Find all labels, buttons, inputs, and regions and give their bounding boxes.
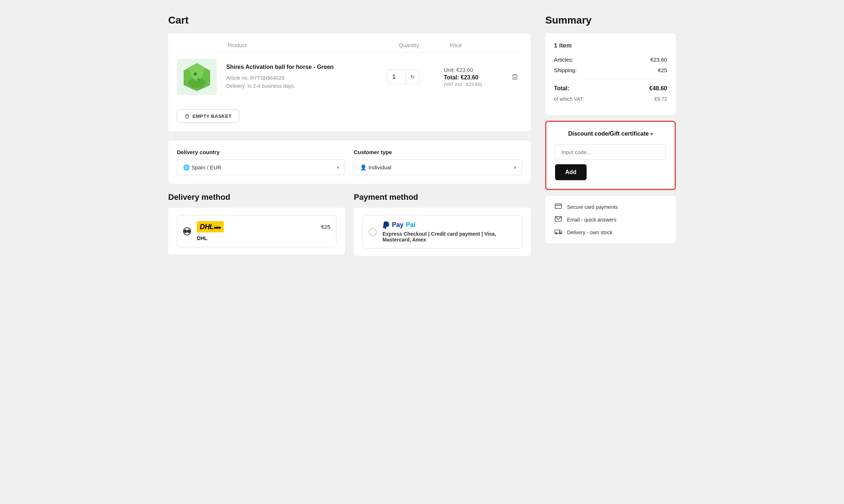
discount-card: Discount code/Gift certificate ▾ Add [545,121,676,190]
articles-value: €23.60 [650,57,667,63]
item-count: 1 item [554,42,667,49]
delete-item-button[interactable] [508,73,522,80]
delivery-own-stock-text: Delivery - own stock [567,230,612,235]
paypal-info: PayPal Express Checkout | Credit card pa… [382,221,516,243]
vat-price: (VAT incl.: €23.60) [444,82,502,87]
add-discount-button[interactable]: Add [555,164,587,180]
shipping-row: Shipping: €25 [554,67,667,73]
svg-point-3 [194,72,197,75]
trust-item-email: Email - quick answers [554,216,667,223]
article-number: Article no. RYTSH964029 [226,74,381,82]
email-answers-text: Email - quick answers [567,217,616,223]
delivery-method-card: DHL▸▸▸ €25 DHL [168,208,345,255]
delivery-country-label: Delivery country [177,149,345,155]
quantity-refresh-button[interactable]: ↻ [406,70,419,84]
delivery-country-wrapper[interactable]: 🌐 Spain / EUR Germany / EUR France / EUR [177,160,345,175]
dhl-price: €25 [321,224,330,230]
trust-item-payments: Secure card payments [554,203,667,211]
quantity-input[interactable] [388,74,406,80]
cart-card: Product Quantity Price [168,33,531,132]
delivery-method-section: Delivery method DHL▸▸▸ €25 [168,193,345,256]
discount-arrow: ▾ [650,131,653,137]
product-name: Shires Activation ball for horse - Green [226,63,381,71]
cart-title: Cart [168,15,531,26]
price-info: Unit: €23.60 Total: €23.60 (VAT incl.: €… [444,67,502,87]
delivery-payment-grid: Delivery method DHL▸▸▸ €25 [168,193,531,256]
delivery-method-title: Delivery method [168,193,345,202]
delivery-country-section: Delivery country 🌐 Spain / EUR Germany /… [177,149,345,175]
header-product: Product [177,42,399,48]
dhl-logo-text: DHL▸▸▸ [197,221,224,232]
total-price: Total: €23.60 [444,74,502,81]
discount-title: Discount code/Gift certificate ▾ [555,131,666,137]
customer-type-section: Customer type 👤 Individual Business [354,149,522,175]
shipping-value: €25 [658,67,667,73]
svg-point-4 [197,78,200,80]
product-info: Shires Activation ball for horse - Green… [226,63,381,90]
total-row: Total: €48.60 [554,79,667,92]
product-image [177,59,217,95]
paypal-description: Express Checkout | Credit card payment |… [382,231,516,243]
unit-price: Unit: €23.60 [444,67,502,73]
paypal-radio[interactable] [369,228,377,236]
header-price: Price [450,42,508,48]
summary-title: Summary [545,15,676,26]
secure-payments-text: Secure card payments [567,204,618,210]
delivery-country-select[interactable]: 🌐 Spain / EUR Germany / EUR France / EUR [177,160,345,175]
summary-card: 1 item Articles: €23.60 Shipping: €25 To… [545,33,676,115]
dhl-option[interactable]: DHL▸▸▸ €25 DHL [177,215,336,247]
trust-card: Secure card payments Email - quick answe… [545,196,676,243]
quantity-control[interactable]: ↻ [387,70,420,84]
dhl-name: DHL [197,235,330,241]
shipping-label: Shipping: [554,67,577,73]
paypal-logo: PayPal [382,221,516,229]
cart-table-header: Product Quantity Price [177,42,522,53]
dhl-radio[interactable] [183,227,191,235]
total-value: €48.60 [649,85,667,92]
empty-basket-label: EMPTY BASKET [193,113,232,119]
email-icon [554,216,563,223]
card-icon [554,203,563,211]
empty-basket-button[interactable]: EMPTY BASKET [177,110,239,123]
vat-row: of which VAT: €9.72 [554,96,667,102]
dhl-logo: DHL▸▸▸ €25 DHL [197,221,330,241]
articles-label: Articles: [554,57,573,63]
payment-method-section: Payment method PayPal Express Checkout | [354,193,531,256]
total-label: Total: [554,85,569,92]
discount-code-input[interactable] [555,144,666,160]
paypal-option[interactable]: PayPal Express Checkout | Credit card pa… [363,215,522,249]
delivery-icon [554,228,563,236]
vat-label: of which VAT: [554,96,584,102]
trust-item-delivery: Delivery - own stock [554,228,667,236]
customer-type-select[interactable]: 👤 Individual Business [354,160,522,175]
delivery-customer-card: Delivery country 🌐 Spain / EUR Germany /… [168,140,531,184]
payment-method-title: Payment method [354,193,531,202]
vat-value: €9.72 [654,96,667,102]
customer-type-wrapper[interactable]: 👤 Individual Business [354,160,522,175]
articles-row: Articles: €23.60 [554,57,667,63]
summary-panel: Summary 1 item Articles: €23.60 Shipping… [545,15,676,265]
svg-rect-5 [555,204,562,208]
payment-method-card: PayPal Express Checkout | Credit card pa… [354,208,531,256]
delivery-time: Delivery: In 2-4 business days. [226,82,381,90]
header-quantity: Quantity [399,42,450,48]
cart-item: Shires Activation ball for horse - Green… [177,59,522,102]
customer-type-label: Customer type [354,149,522,155]
